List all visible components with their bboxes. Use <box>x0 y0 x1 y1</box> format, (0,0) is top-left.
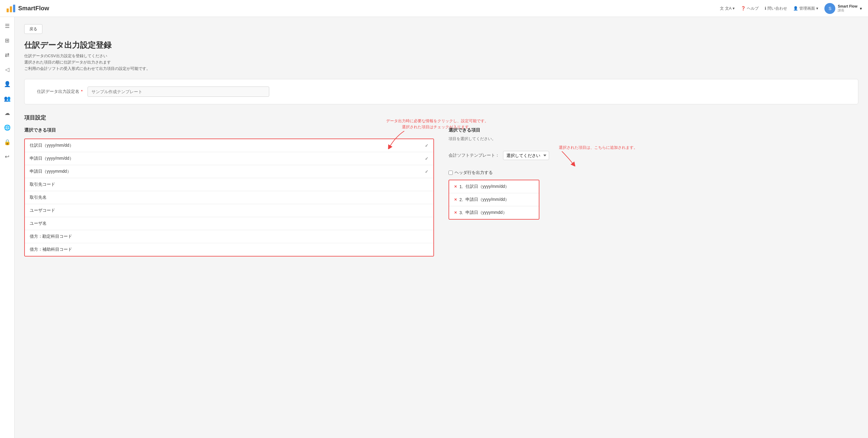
item-num: 3. <box>460 210 463 215</box>
app-name: SmartFlow <box>18 5 49 12</box>
right-selected-list: ✕ 1. 仕訳日（yyyy/mm/dd） ✕ 2. 申請日（yyyy/mm/dd… <box>448 180 539 220</box>
svg-rect-0 <box>7 8 9 12</box>
logo-icon <box>6 4 16 13</box>
right-column: 選択できる項目 項目を選択してください。 会計ソフトテンプレート： 選択してくだ… <box>448 127 858 257</box>
admin-button[interactable]: 👤 管理画面 ▾ <box>793 6 818 11</box>
sidebar-grid-icon[interactable]: ⊞ <box>1 34 13 46</box>
left-heading: 選択できる項目 <box>24 127 434 133</box>
right-annotation: 選択された項目は、こちらに追加されます。 <box>559 144 638 150</box>
form-label: 仕訳データ出力設定名 * <box>34 89 83 94</box>
contact-button[interactable]: ℹ 問い合わせ <box>765 6 787 11</box>
language-icon: 文 <box>720 6 724 11</box>
desc-line-2: 選択された項目の順に仕訳データが出力されます <box>24 59 858 66</box>
svg-rect-2 <box>13 4 15 12</box>
back-button[interactable]: 戻る <box>24 24 42 34</box>
item-label: 借方：勘定科目コード <box>30 234 72 239</box>
left-item-list: 仕訳日（yyyy/mm/dd） ✓ 申請日（yyyy/mm/dd） ✓ 申請日（… <box>24 139 434 257</box>
list-item[interactable]: ユーザコード <box>25 204 433 217</box>
template-label: 会計ソフトテンプレート： <box>448 153 499 158</box>
user-chevron: ▾ <box>860 6 862 11</box>
language-button[interactable]: 文 文A ▾ <box>720 6 735 11</box>
desc-line-1: 仕訳データのCSV出力設定を登録してください <box>24 53 858 59</box>
item-label: 取引先コード <box>30 182 55 187</box>
item-label: 申請日（yyyymmdd） <box>465 210 507 215</box>
help-button[interactable]: ❓ ヘルプ <box>741 6 759 11</box>
list-item[interactable]: 仕訳日（yyyy/mm/dd） ✓ <box>25 139 433 152</box>
list-item[interactable]: ユーザ名 <box>25 217 433 230</box>
item-num: 2. <box>460 197 463 202</box>
header-checkbox-label: ヘッダ行を出力する <box>455 170 493 175</box>
form-row: 仕訳データ出力設定名 * <box>34 87 848 97</box>
sidebar-cloud-icon[interactable]: ☁ <box>1 107 13 119</box>
back-label: 戻る <box>29 26 37 32</box>
list-item[interactable]: 借方：勘定科目コード <box>25 230 433 243</box>
sidebar-lock-icon[interactable]: 🔒 <box>1 136 13 148</box>
remove-icon[interactable]: ✕ <box>454 198 457 202</box>
right-heading: 選択できる項目 <box>448 127 858 133</box>
language-chevron: ▾ <box>733 6 735 10</box>
item-label: 申請日（yyyy/mm/dd） <box>465 197 509 202</box>
person-icon: 👤 <box>793 6 798 10</box>
list-item[interactable]: 取引先名 <box>25 191 433 204</box>
required-mark: * <box>81 89 83 94</box>
user-menu[interactable]: S Smart Flow 課長 ▾ <box>825 3 862 14</box>
annotation-arrow-left <box>386 131 410 149</box>
remove-icon[interactable]: ✕ <box>454 184 457 189</box>
template-row: 会計ソフトテンプレート： 選択してください 選択された項目は、こちらに追加されま… <box>448 144 858 166</box>
form-card: 仕訳データ出力設定名 * <box>24 79 858 104</box>
header-nav: 文 文A ▾ ❓ ヘルプ ℹ 問い合わせ 👤 管理画面 ▾ S Smart Fl… <box>720 3 862 14</box>
selected-item[interactable]: ✕ 2. 申請日（yyyy/mm/dd） <box>449 193 539 206</box>
sidebar-user-icon[interactable]: 👤 <box>1 78 13 90</box>
left-column: 選択できる項目 データ出力時に必要な情報をクリックし、設定可能です。 選択された… <box>24 127 434 257</box>
user-name: Smart Flow <box>838 4 858 8</box>
item-label: ユーザコード <box>30 208 55 213</box>
help-icon: ❓ <box>741 6 746 10</box>
item-num: 1. <box>460 184 463 189</box>
admin-chevron: ▾ <box>816 6 818 10</box>
sidebar-menu-icon[interactable]: ☰ <box>1 20 13 32</box>
item-label: 取引先名 <box>30 195 46 200</box>
language-label: 文A <box>725 6 732 11</box>
setting-name-input[interactable] <box>88 87 269 97</box>
template-select[interactable]: 選択してください <box>503 151 549 160</box>
item-label: 借方：補助科目コード <box>30 247 72 252</box>
app-logo: SmartFlow <box>6 4 49 13</box>
check-icon: ✓ <box>425 169 429 174</box>
page-title: 仕訳データ出力設定登録 <box>24 40 858 50</box>
header-checkbox-row: ヘッダ行を出力する <box>448 170 858 175</box>
sidebar-transfer-icon[interactable]: ⇄ <box>1 49 13 61</box>
sidebar-return-icon[interactable]: ↩ <box>1 150 13 163</box>
list-item[interactable]: 申請日（yyyy/mm/dd） ✓ <box>25 152 433 165</box>
sidebar-globe-icon[interactable]: 🌐 <box>1 122 13 134</box>
annotation-arrow-right <box>559 151 577 166</box>
sidebar-group-icon[interactable]: 👥 <box>1 93 13 105</box>
item-label: 申請日（yyyymmdd） <box>30 169 71 174</box>
item-label: ユーザ名 <box>30 221 46 226</box>
selected-item[interactable]: ✕ 1. 仕訳日（yyyy/mm/dd） <box>449 180 539 193</box>
item-label: 仕訳日（yyyy/mm/dd） <box>465 184 509 189</box>
selected-item[interactable]: ✕ 3. 申請日（yyyymmdd） <box>449 206 539 219</box>
sidebar-back-icon[interactable]: ◁ <box>1 64 13 76</box>
left-annotation: データ出力時に必要な情報をクリックし、設定可能です。 選択された項目はチェックが… <box>386 118 489 130</box>
info-icon: ℹ <box>765 6 766 10</box>
sidebar: ☰ ⊞ ⇄ ◁ 👤 👥 ☁ 🌐 🔒 ↩ <box>0 17 14 438</box>
list-item[interactable]: 申請日（yyyymmdd） ✓ <box>25 165 433 178</box>
list-item[interactable]: 取引先コード <box>25 178 433 191</box>
header-checkbox[interactable] <box>448 171 453 175</box>
desc-line-3: ご利用の会計ソフトの受入形式に合わせて出力項目の設定が可能です。 <box>24 66 858 72</box>
svg-rect-1 <box>10 6 12 12</box>
item-label: 申請日（yyyy/mm/dd） <box>30 156 73 161</box>
check-icon: ✓ <box>425 156 429 161</box>
avatar: S <box>825 3 835 14</box>
page-description: 仕訳データのCSV出力設定を登録してください 選択された項目の順に仕訳データが出… <box>24 53 858 72</box>
main-content: 戻る 仕訳データ出力設定登録 仕訳データのCSV出力設定を登録してください 選択… <box>14 17 868 438</box>
item-label: 仕訳日（yyyy/mm/dd） <box>30 143 73 148</box>
right-sub: 項目を選択してください。 <box>448 136 858 141</box>
remove-icon[interactable]: ✕ <box>454 210 457 215</box>
list-item[interactable]: 借方：補助科目コード <box>25 243 433 256</box>
user-role: 課長 <box>838 8 858 12</box>
app-header: SmartFlow 文 文A ▾ ❓ ヘルプ ℹ 問い合わせ 👤 管理画面 ▾ … <box>0 0 868 17</box>
two-column-layout: 選択できる項目 データ出力時に必要な情報をクリックし、設定可能です。 選択された… <box>24 127 858 257</box>
